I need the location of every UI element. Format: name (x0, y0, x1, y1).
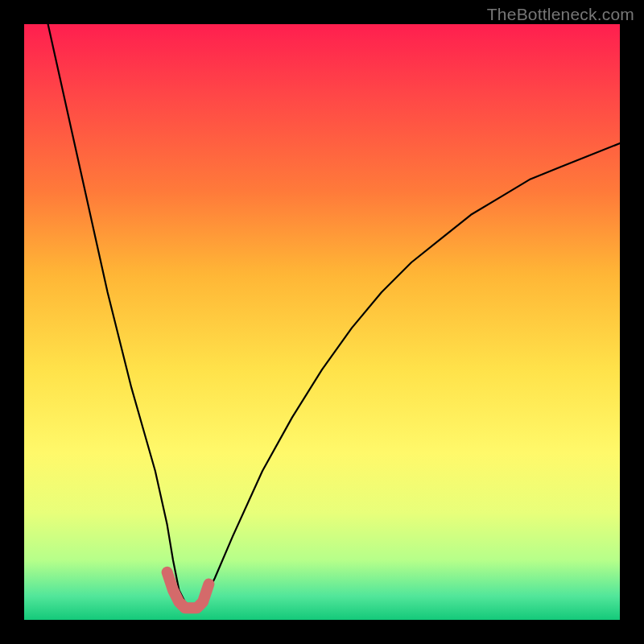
chart-plot-area (24, 24, 620, 620)
chart-svg (24, 24, 620, 620)
watermark-text: TheBottleneck.com (487, 5, 634, 24)
bottleneck-curve-path (48, 24, 620, 608)
outer-frame: TheBottleneck.com (0, 0, 644, 644)
optimal-zone-path (167, 572, 209, 608)
